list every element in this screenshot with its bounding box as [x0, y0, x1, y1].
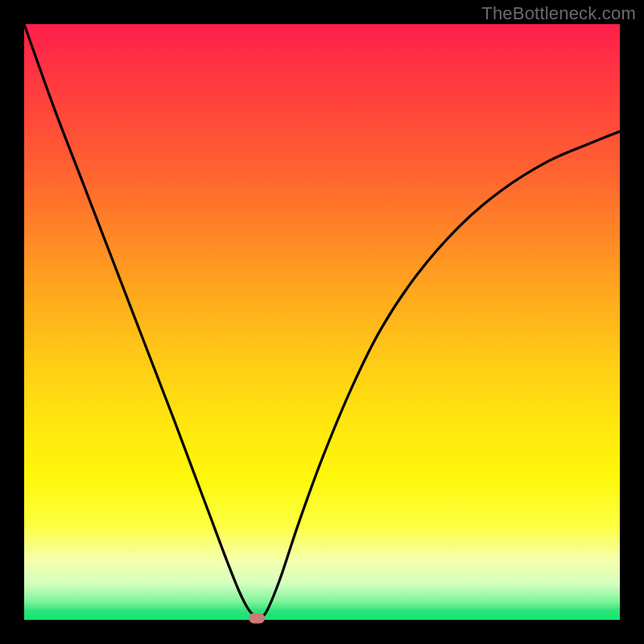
- plot-area: [24, 24, 620, 620]
- optimal-marker: [249, 613, 265, 623]
- watermark-text: TheBottleneck.com: [481, 3, 636, 24]
- bottleneck-curve: [24, 24, 620, 620]
- curve-path: [24, 24, 620, 618]
- chart-frame: TheBottleneck.com: [0, 0, 644, 644]
